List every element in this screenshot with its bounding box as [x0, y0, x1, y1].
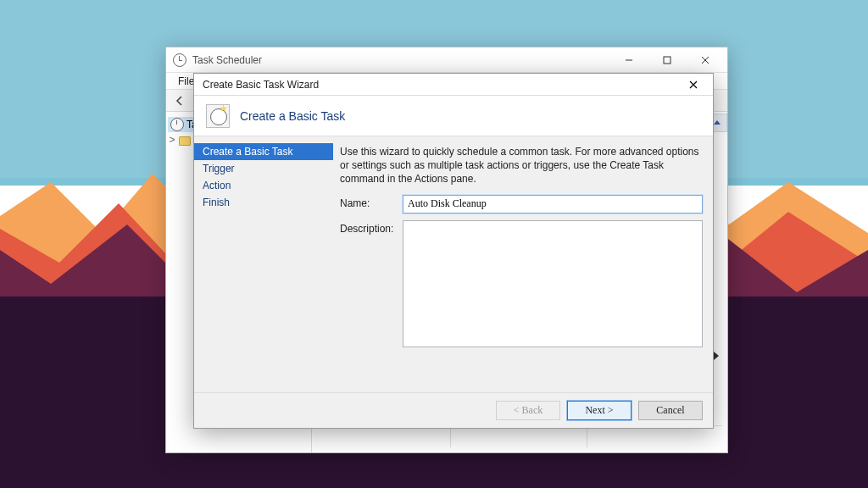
close-button[interactable] — [686, 48, 724, 72]
wizard-heading: Create a Basic Task — [240, 109, 345, 123]
wizard-titlebar[interactable]: Create Basic Task Wizard — [194, 74, 713, 96]
wizard-steps: Create a Basic Task Trigger Action Finis… — [194, 138, 333, 392]
step-trigger[interactable]: Trigger — [194, 160, 333, 177]
svg-rect-0 — [664, 57, 670, 64]
titlebar[interactable]: Task Scheduler — [166, 47, 727, 73]
cancel-button[interactable]: Cancel — [638, 401, 703, 420]
clock-icon — [173, 53, 186, 67]
maximize-button[interactable] — [648, 48, 686, 72]
wizard-title: Create Basic Task Wizard — [203, 79, 679, 91]
description-label: Description: — [340, 220, 403, 235]
back-button: < Back — [496, 401, 560, 420]
step-basic-task[interactable]: Create a Basic Task — [194, 143, 333, 160]
next-button[interactable]: Next > — [567, 401, 632, 420]
wizard-instructions: Use this wizard to quickly schedule a co… — [340, 145, 703, 186]
minimize-button[interactable] — [609, 48, 648, 72]
window-title: Task Scheduler — [192, 54, 609, 66]
clock-icon — [170, 118, 184, 131]
description-field[interactable] — [403, 220, 703, 347]
folder-icon — [179, 136, 191, 146]
close-button[interactable] — [679, 75, 708, 95]
expander-icon[interactable]: > — [168, 134, 176, 146]
wizard-footer: < Back Next > Cancel — [194, 392, 713, 428]
name-label: Name: — [340, 195, 403, 209]
back-button[interactable] — [170, 92, 190, 110]
create-basic-task-wizard: Create Basic Task Wizard Create a Basic … — [193, 73, 714, 429]
wizard-content: Use this wizard to quickly schedule a co… — [333, 138, 713, 392]
step-action[interactable]: Action — [194, 177, 333, 194]
scheduler-new-icon — [206, 104, 230, 128]
name-field[interactable] — [403, 195, 703, 214]
step-finish[interactable]: Finish — [194, 194, 333, 211]
wizard-header: Create a Basic Task — [194, 96, 713, 136]
scroll-right-icon[interactable] — [712, 351, 724, 363]
